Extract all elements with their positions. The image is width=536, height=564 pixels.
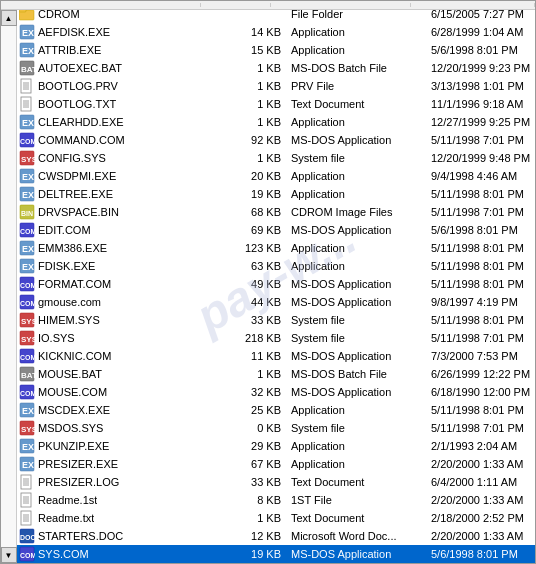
table-row[interactable]: EX AEFDISK.EXE14 KBApplication6/28/1999 … xyxy=(17,23,535,41)
table-row[interactable]: EX FDISK.EXE63 KBApplication5/11/1998 8:… xyxy=(17,257,535,275)
table-row[interactable]: BOOTLOG.TXT1 KBText Document11/1/1996 9:… xyxy=(17,95,535,113)
svg-text:EX: EX xyxy=(22,172,34,182)
file-size: 123 KB xyxy=(217,242,287,254)
com-icon: COM xyxy=(19,294,35,310)
file-type: System file xyxy=(287,422,427,434)
type-column-header[interactable] xyxy=(271,3,411,7)
table-row[interactable]: COM KICKNIC.COM11 KBMS-DOS Application7/… xyxy=(17,347,535,365)
name-column-header[interactable] xyxy=(1,3,201,7)
com-icon: COM xyxy=(19,276,35,292)
table-row[interactable]: EX PKUNZIP.EXE29 KBApplication2/1/1993 2… xyxy=(17,437,535,455)
file-name-cell: SYS MSDOS.SYS xyxy=(17,420,217,436)
file-date: 5/11/1998 8:01 PM xyxy=(427,260,535,272)
table-row[interactable]: BIN DRVSPACE.BIN68 KBCDROM Image Files5/… xyxy=(17,203,535,221)
table-row[interactable]: EX CLEARHDD.EXE1 KBApplication12/27/1999… xyxy=(17,113,535,131)
table-row[interactable]: COM COMMAND.COM92 KBMS-DOS Application5/… xyxy=(17,131,535,149)
file-list[interactable]: pay-w... CDROMFile Folder6/15/2005 7:27 … xyxy=(17,10,535,563)
exe-icon: EX xyxy=(19,168,35,184)
exe-icon: EX xyxy=(19,438,35,454)
com-icon: COM xyxy=(19,546,35,562)
file-date: 12/27/1999 9:25 PM xyxy=(427,116,535,128)
table-row[interactable]: COM EDIT.COM69 KBMS-DOS Application5/6/1… xyxy=(17,221,535,239)
svg-text:EX: EX xyxy=(22,118,34,128)
file-size: 1 KB xyxy=(217,368,287,380)
file-size: 19 KB xyxy=(217,188,287,200)
table-row[interactable]: BAT MOUSE.BAT1 KBMS-DOS Batch File6/26/1… xyxy=(17,365,535,383)
com-icon: COM xyxy=(19,222,35,238)
table-row[interactable]: EX PRESIZER.EXE67 KBApplication2/20/2000… xyxy=(17,455,535,473)
file-name: CDROM xyxy=(38,10,80,20)
svg-rect-1 xyxy=(19,10,26,12)
file-name: gmouse.com xyxy=(38,296,101,308)
file-type: Text Document xyxy=(287,512,427,524)
bin-icon: BIN xyxy=(19,204,35,220)
table-row[interactable]: COM MOUSE.COM32 KBMS-DOS Application6/18… xyxy=(17,383,535,401)
file-name-cell: SYS CONFIG.SYS xyxy=(17,150,217,166)
file-name: PRESIZER.EXE xyxy=(38,458,118,470)
table-row[interactable]: PRESIZER.LOG33 KBText Document6/4/2000 1… xyxy=(17,473,535,491)
table-row[interactable]: CDROMFile Folder6/15/2005 7:27 PM xyxy=(17,10,535,23)
com-icon: COM xyxy=(19,384,35,400)
file-name: MSCDEX.EXE xyxy=(38,404,110,416)
date-column-header[interactable] xyxy=(411,3,535,7)
table-row[interactable]: EX MSCDEX.EXE25 KBApplication5/11/1998 8… xyxy=(17,401,535,419)
table-row[interactable]: COM FORMAT.COM49 KBMS-DOS Application5/1… xyxy=(17,275,535,293)
table-row[interactable]: EX DELTREE.EXE19 KBApplication5/11/1998 … xyxy=(17,185,535,203)
file-name: Readme.1st xyxy=(38,494,97,506)
file-type: Application xyxy=(287,116,427,128)
file-name-cell: DOC STARTERS.DOC xyxy=(17,528,217,544)
scroll-track xyxy=(1,26,16,547)
table-row[interactable]: Readme.1st8 KB1ST File2/20/2000 1:33 AM xyxy=(17,491,535,509)
file-name-cell: Readme.txt xyxy=(17,510,217,526)
table-row[interactable]: BAT AUTOEXEC.BAT1 KBMS-DOS Batch File12/… xyxy=(17,59,535,77)
table-row[interactable]: COM SYS.COM19 KBMS-DOS Application5/6/19… xyxy=(17,545,535,563)
file-type: 1ST File xyxy=(287,494,427,506)
file-size: 0 KB xyxy=(217,422,287,434)
file-size: 1 KB xyxy=(217,98,287,110)
file-type: CDROM Image Files xyxy=(287,206,427,218)
file-type: MS-DOS Batch File xyxy=(287,62,427,74)
file-name-cell: COM KICKNIC.COM xyxy=(17,348,217,364)
table-row[interactable]: COM gmouse.com44 KBMS-DOS Application9/8… xyxy=(17,293,535,311)
table-row[interactable]: EX CWSDPMI.EXE20 KBApplication9/4/1998 4… xyxy=(17,167,535,185)
file-date: 5/6/1998 8:01 PM xyxy=(427,548,535,560)
log-icon xyxy=(19,474,35,490)
table-row[interactable]: DOC STARTERS.DOC12 KBMicrosoft Word Doc.… xyxy=(17,527,535,545)
svg-text:SYS: SYS xyxy=(21,425,35,434)
file-size: 44 KB xyxy=(217,296,287,308)
svg-text:SYS: SYS xyxy=(21,335,35,344)
file-explorer-window: ▲ ▼ pay-w... CDROMFile Folder6/15/2005 7… xyxy=(0,0,536,564)
scroll-up-button[interactable]: ▲ xyxy=(1,10,17,26)
file-type: Application xyxy=(287,458,427,470)
file-name: DELTREE.EXE xyxy=(38,188,113,200)
size-column-header[interactable] xyxy=(201,3,271,7)
scroll-down-button[interactable]: ▼ xyxy=(1,547,17,563)
exe-icon: EX xyxy=(19,24,35,40)
table-row[interactable]: SYS HIMEM.SYS33 KBSystem file5/11/1998 8… xyxy=(17,311,535,329)
table-row[interactable]: BOOTLOG.PRV1 KBPRV File3/13/1998 1:01 PM xyxy=(17,77,535,95)
file-type: Application xyxy=(287,242,427,254)
table-row[interactable]: Readme.txt1 KBText Document2/18/2000 2:5… xyxy=(17,509,535,527)
table-row[interactable]: EX EMM386.EXE123 KBApplication5/11/1998 … xyxy=(17,239,535,257)
svg-text:COM: COM xyxy=(20,282,35,289)
file-size: 67 KB xyxy=(217,458,287,470)
file-type: Application xyxy=(287,188,427,200)
file-size: 25 KB xyxy=(217,404,287,416)
file-date: 5/11/1998 7:01 PM xyxy=(427,332,535,344)
svg-text:COM: COM xyxy=(20,390,35,397)
table-row[interactable]: SYS IO.SYS218 KBSystem file5/11/1998 7:0… xyxy=(17,329,535,347)
file-name-cell: COM SYS.COM xyxy=(17,546,217,562)
file-name-cell: EX DELTREE.EXE xyxy=(17,186,217,202)
file-date: 2/20/2000 1:33 AM xyxy=(427,530,535,542)
file-type: Application xyxy=(287,404,427,416)
table-row[interactable]: SYS CONFIG.SYS1 KBSystem file12/20/1999 … xyxy=(17,149,535,167)
file-date: 5/11/1998 7:01 PM xyxy=(427,422,535,434)
svg-text:COM: COM xyxy=(20,354,35,361)
table-row[interactable]: SYS MSDOS.SYS0 KBSystem file5/11/1998 7:… xyxy=(17,419,535,437)
file-type: System file xyxy=(287,314,427,326)
txt-icon xyxy=(19,96,35,112)
file-size: 8 KB xyxy=(217,494,287,506)
file-date: 11/1/1996 9:18 AM xyxy=(427,98,535,110)
file-date: 5/11/1998 7:01 PM xyxy=(427,134,535,146)
table-row[interactable]: EX ATTRIB.EXE15 KBApplication5/6/1998 8:… xyxy=(17,41,535,59)
